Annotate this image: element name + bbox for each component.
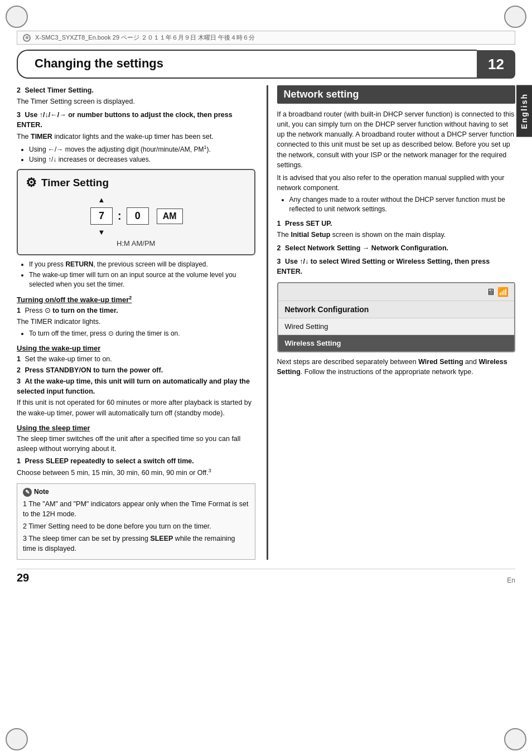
arrow-up-min-icon (137, 196, 139, 204)
wireless-setting-item: Wireless Setting (278, 335, 515, 351)
right-column: English Network setting If a broadband r… (267, 85, 516, 560)
network-config-item: Network Configuration (278, 301, 515, 318)
note1: 1 The "AM" and "PM" indicators appear on… (23, 499, 249, 519)
step3-title: 3 Use ↑/↓/←/→ or number buttons to adjus… (17, 110, 255, 130)
sleep-body: The sleep timer switches off the unit af… (17, 434, 255, 454)
timer-title: ⚙ Timer Setting (26, 176, 246, 190)
left-column: 2 Select Timer Setting. The Timer Settin… (17, 85, 255, 560)
corner-decoration-br (504, 728, 526, 750)
network-icons: 🖥 📶 (486, 287, 509, 297)
bullet-item-2: Using ↑/↓ increases or decreases values. (29, 155, 255, 164)
timer-setting-box: ⚙ Timer Setting ▲ 7 ▼ : 0 AM (17, 169, 255, 255)
network-body2: It is advised that you also refer to the… (277, 173, 516, 193)
note2: 2 Timer Setting need to be done before y… (23, 521, 249, 531)
screen-icon: 🖥 (486, 287, 495, 297)
arrow-up-icon: ▲ (98, 196, 105, 204)
arrow-down-icon: ▼ (98, 228, 105, 236)
english-tab: English (516, 85, 532, 137)
file-info-bar: ⊕ X-SMC3_SYXZT8_En.book 29 ページ ２０１１年６月９日… (17, 31, 515, 45)
turn-off-note: To turn off the timer, press ⊙ during th… (29, 329, 255, 338)
minute-arrows: 0 (125, 196, 150, 236)
network-section-heading: Network setting (277, 85, 516, 104)
language-label: En (507, 576, 515, 584)
wake-note: The wake-up timer will turn on an input … (29, 270, 255, 289)
timer-ampm: AM (157, 209, 183, 224)
turn-off-bullet: To turn off the timer, press ⊙ during th… (29, 329, 255, 338)
sleep-step1-body: Choose between 5 min, 15 min, 30 min, 60… (17, 467, 255, 478)
note-title: ✎ Note (23, 487, 249, 497)
use-step1: 1 Set the wake-up timer to on. (17, 354, 255, 364)
step2-body: The Timer Setting screen is displayed. (17, 96, 255, 106)
hour-arrows: ▲ 7 ▼ (89, 196, 114, 236)
timer-format-label: H:M AM/PM (26, 239, 246, 248)
turn-step1: 1 Press ⊙ to turn on the timer. (17, 306, 255, 316)
net-step2-title: 2 Select Network Setting → Network Confi… (277, 243, 516, 253)
file-info-text: X-SMC3_SYXZT8_En.book 29 ページ ２０１１年６月９日 木… (35, 33, 255, 42)
timer-display-area: ▲ 7 ▼ : 0 AM (26, 196, 246, 236)
router-note: Any changes made to a router without the… (289, 195, 516, 214)
sleep-step1-title: 1 Press SLEEP repeatedly to select a swi… (17, 456, 255, 466)
bullet-item-1: Using ←/→ moves the adjusting digit (hou… (29, 144, 255, 154)
chapter-title: Changing the settings (17, 50, 477, 79)
network-after-note: Next steps are described separately betw… (277, 357, 516, 377)
use-step2: 2 Press STANDBY/ON to turn the power off… (17, 365, 255, 375)
network-body1: If a broadband router (with built-in DHC… (277, 109, 516, 170)
main-content: 2 Select Timer Setting. The Timer Settin… (17, 85, 515, 560)
step3-body: The TIMER indicator lights and the wake-… (17, 132, 255, 142)
return-note: If you press RETURN, the previous screen… (29, 260, 255, 269)
corner-decoration-tr (504, 6, 526, 28)
target-icon: ⊕ (23, 34, 31, 42)
use-step3-title: 3 At the wake-up time, this unit will tu… (17, 376, 255, 396)
network-config-box: 🖥 📶 Network Configuration Wired Setting … (277, 282, 516, 352)
chapter-number: 12 (477, 50, 515, 79)
turning-subsection: Turning on/off the wake-up timer2 (17, 295, 255, 304)
step2-title: 2 Select Timer Setting. (17, 85, 255, 95)
note3: 3 The sleep timer can be set by pressing… (23, 534, 249, 554)
sleep-subsection: Using the sleep timer (17, 424, 255, 432)
chapter-bar: Changing the settings 12 (17, 50, 515, 79)
turn-step1-note: The TIMER indicator lights. (17, 317, 255, 327)
corner-decoration-tl (6, 6, 28, 28)
step3-bullets: Using ←/→ moves the adjusting digit (hou… (29, 144, 255, 165)
timer-min: 0 (127, 207, 149, 225)
use-step3-body: If this unit is not operated for 60 minu… (17, 398, 255, 418)
footer: 29 En (17, 569, 515, 584)
page-number: 29 (17, 571, 29, 584)
net-step1-body: The Initial Setup screen is shown on the… (277, 230, 516, 240)
timer-hour: 7 (90, 207, 113, 225)
using-wakup-subsection: Using the wake-up timer (17, 344, 255, 352)
net-step1-title: 1 Press SET UP. (277, 219, 516, 229)
net-step3-title: 3 Use ↑/↓ to select Wired Setting or Wir… (277, 256, 516, 277)
signal-icon: 📶 (497, 287, 509, 297)
arrow-down-min-icon (137, 228, 139, 236)
timer-colon: : (116, 210, 123, 222)
corner-decoration-bl (6, 728, 28, 750)
wired-setting-item: Wired Setting (278, 318, 515, 335)
gear-icon: ⚙ (26, 176, 37, 190)
network-bullets: Any changes made to a router without the… (289, 195, 516, 214)
note-icon: ✎ (23, 488, 32, 497)
network-box-header: 🖥 📶 (278, 283, 515, 301)
return-bullets: If you press RETURN, the previous screen… (29, 260, 255, 289)
note-box: ✎ Note 1 The "AM" and "PM" indicators ap… (17, 483, 255, 560)
